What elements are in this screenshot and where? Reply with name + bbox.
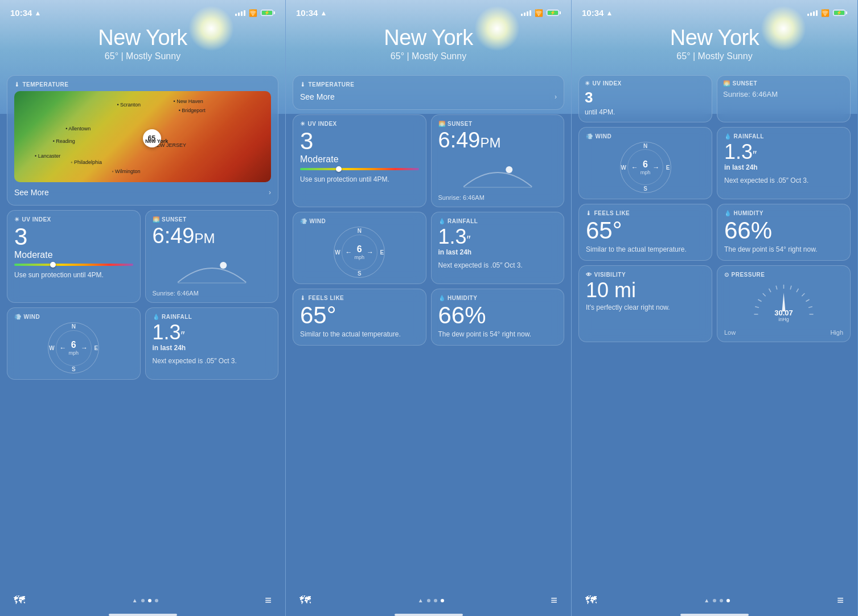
uv-sunset-row-3: ☀ UV INDEX 3 until 4PM. 🌅 SUNSET Sunrise… <box>578 75 851 122</box>
compass-2: N S W E ← 6 mph → <box>334 227 385 278</box>
uv-until-3: until 4PM. <box>585 108 706 117</box>
uv-sunset-row-1: ☀ UV INDEX 3 Moderate Use sun protection… <box>7 210 278 303</box>
dot-2-1[interactable] <box>427 599 430 602</box>
thermometer-icon-1: 🌡 <box>14 81 20 88</box>
humidity-desc-3: The dew point is 54° right now. <box>724 245 843 254</box>
status-bar-3: 10:34 ▲ 🛜 ⚡ <box>572 0 857 21</box>
map-button-3[interactable]: 🗺 <box>585 594 597 607</box>
time-3: 10:34 <box>582 8 604 18</box>
svg-point-2 <box>506 166 512 173</box>
dot-1-2[interactable] <box>148 599 151 602</box>
rainfall-next-1: Next expected is .05″ Oct 3. <box>153 356 272 366</box>
wind-label-1: 💨 WIND <box>14 314 133 320</box>
uv-label-2: ☀ UV INDEX <box>300 121 419 127</box>
panel-3: 10:34 ▲ 🛜 ⚡ New York 65° | Mostly Sunny <box>572 0 857 616</box>
time-2: 10:34 <box>296 8 318 18</box>
rainfall-label-1: 💧 RAINFALL <box>153 314 272 320</box>
temp-label-2: 🌡 TEMPERATURE <box>300 81 557 88</box>
city-header-2: New York 65° | Mostly Sunny <box>286 21 571 71</box>
panel-1: 10:34 ▲ 🛜 ⚡ New York 65° | Mostly Sunny <box>0 0 286 616</box>
list-button-1[interactable]: ≡ <box>265 594 272 607</box>
sunrise-label-2: Sunrise: 6:46AM <box>438 194 557 201</box>
signal-icon-2 <box>521 10 531 16</box>
content-2: 🌡 TEMPERATURE See More › ☀ UV INDEX 3 Mo… <box>286 71 571 588</box>
pressure-high-3: High <box>830 329 843 336</box>
wind-label-2: 💨 WIND <box>300 218 419 224</box>
temperature-map-1: • Scranton • New Haven • Bridgeport • Al… <box>14 91 271 182</box>
rainfall-next-3: Next expected is .05″ Oct 3. <box>724 176 843 186</box>
bottom-bar-1: 🗺 ▲ ≡ <box>0 588 285 611</box>
pressure-card-3: ⊙ PRESSURE <box>717 265 851 342</box>
map-button-2[interactable]: 🗺 <box>299 594 311 607</box>
dot-2-2[interactable] <box>434 599 437 602</box>
dot-indicator-2: ▲ <box>418 597 444 603</box>
compass-e-2: E <box>380 249 384 256</box>
feels-humidity-row-2: 🌡 FEELS LIKE 65° Similar to the actual t… <box>293 289 564 346</box>
nav-icon-3: ▲ <box>704 597 709 603</box>
feels-value-3: 65° <box>586 219 705 243</box>
compass-w-3: W <box>621 164 626 170</box>
compass-s-3: S <box>643 186 647 192</box>
dot-1-1[interactable] <box>141 599 145 602</box>
uv-sunset-row-2: ☀ UV INDEX 3 Moderate Use sun protection… <box>293 114 564 207</box>
uv-card-2: ☀ UV INDEX 3 Moderate Use sun protection… <box>293 114 426 207</box>
compass-s-1: S <box>72 366 76 372</box>
dot-2-3[interactable] <box>441 599 444 602</box>
dot-3-1[interactable] <box>713 599 716 602</box>
uv-level-2: Moderate <box>300 154 419 165</box>
humidity-card-3: 💧 HUMIDITY 66% The dew point is 54° righ… <box>717 204 851 261</box>
list-button-3[interactable]: ≡ <box>837 594 844 607</box>
compass-w-1: W <box>49 345 54 351</box>
compass-1: N S W E ← 6 mph → <box>48 322 99 373</box>
uv-value-1: 3 <box>14 225 133 249</box>
humidity-desc-2: The dew point is 54° right now. <box>438 330 557 339</box>
status-bar-1: 10:34 ▲ 🛜 ⚡ <box>0 0 285 21</box>
rain-icon-2: 💧 <box>438 218 446 224</box>
feels-desc-2: Similar to the actual temperature. <box>300 330 419 339</box>
battery-icon-2: ⚡ <box>547 10 561 16</box>
compass-e-3: E <box>666 164 670 170</box>
visibility-label-3: 👁 VISIBILITY <box>586 272 705 278</box>
sunset-label-3: 🌅 SUNSET <box>723 80 844 87</box>
uv-value-3: 3 <box>585 89 706 106</box>
location-icon-1: ▲ <box>34 9 41 17</box>
uv-desc-1: Use sun protection until 4PM. <box>14 270 133 280</box>
bottom-bar-2: 🗺 ▲ ≡ <box>286 588 571 611</box>
pressure-gauge-3: 30.07 inHg <box>724 280 843 326</box>
dot-1-3[interactable] <box>155 599 158 602</box>
sun-icon-2: ☀ <box>300 121 306 127</box>
rainfall-card-2: 💧 RAINFALL 1.3″ in last 24h Next expecte… <box>431 212 565 284</box>
sunset-icon-3: 🌅 <box>723 80 730 87</box>
svg-line-7 <box>763 293 766 296</box>
battery-icon-3: ⚡ <box>833 10 847 16</box>
feels-icon-3: 🌡 <box>586 210 592 216</box>
see-more-row-1[interactable]: See More › <box>14 186 271 199</box>
sunset-card-2: 🌅 SUNSET 6:49PM Sunrise: 6:46AM <box>431 114 565 207</box>
feels-label-2: 🌡 FEELS LIKE <box>300 295 419 301</box>
feels-humidity-row-3: 🌡 FEELS LIKE 65° Similar to the actual t… <box>578 204 851 261</box>
see-more-row-2[interactable]: See More › <box>300 90 557 104</box>
see-more-text-2: See More <box>300 92 335 101</box>
map-button-1[interactable]: 🗺 <box>14 594 25 607</box>
feels-desc-3: Similar to the actual temperature. <box>586 245 705 254</box>
sunset-card-3: 🌅 SUNSET Sunrise: 6:46AM <box>717 75 851 122</box>
dot-indicator-1: ▲ <box>132 597 158 603</box>
dot-3-3[interactable] <box>726 599 730 602</box>
dot-3-2[interactable] <box>720 599 723 602</box>
sunset-time-1: 6:49PM <box>153 225 272 247</box>
battery-icon-1: ⚡ <box>261 10 275 16</box>
compass-w-2: W <box>335 249 340 256</box>
see-more-chevron-2: › <box>555 93 557 101</box>
sunset-label-2: 🌅 SUNSET <box>438 121 557 127</box>
map-city-newyork: New York <box>145 138 168 144</box>
uv-value-2: 3 <box>300 129 419 153</box>
list-button-2[interactable]: ≡ <box>551 594 557 607</box>
svg-point-0 <box>220 262 227 269</box>
signal-icon-3 <box>807 10 818 16</box>
sun-icon-3: ☀ <box>585 80 590 87</box>
rainfall-card-1: 💧 RAINFALL 1.3″ in last 24h Next expecte… <box>145 307 279 380</box>
humidity-label-2: 💧 HUMIDITY <box>438 295 557 301</box>
visibility-card-3: 👁 VISIBILITY 10 mi It's perfectly clear … <box>578 265 712 342</box>
humidity-value-2: 66% <box>438 303 557 327</box>
wind-rain-row-3: 💨 WIND N S W E ← 6 mph <box>578 127 851 199</box>
